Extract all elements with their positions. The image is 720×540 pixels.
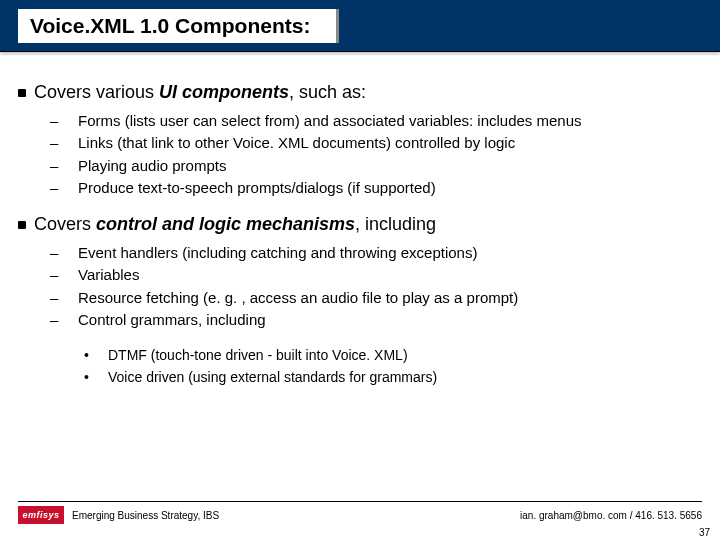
footer: emfisys Emerging Business Strategy, IBS … <box>0 506 720 524</box>
list-item-text: Resource fetching (e. g. , access an aud… <box>78 289 518 306</box>
page-number: 37 <box>699 527 710 538</box>
logo-emfisys: emfisys <box>18 506 64 524</box>
sub-list-ui: –Forms (lists user can select from) and … <box>66 111 702 198</box>
bullet-text-post: , including <box>355 214 436 234</box>
list-item: –Playing audio prompts <box>66 156 702 176</box>
list-item-text: Control grammars, including <box>78 311 266 328</box>
bullet-text-bold: control and logic mechanisms <box>96 214 355 234</box>
sub-sub-list-grammars: •DTMF (touch-tone driven - built into Vo… <box>98 346 702 387</box>
list-item-text: Voice driven (using external standards f… <box>108 369 437 385</box>
footer-contact: ian. graham@bmo. com / 416. 513. 5656 <box>520 510 702 521</box>
bullet-text-post: , such as: <box>289 82 366 102</box>
list-item: –Variables <box>66 265 702 285</box>
list-item-text: Event handlers (including catching and t… <box>78 244 477 261</box>
footer-org: Emerging Business Strategy, IBS <box>72 510 219 521</box>
list-item: –Control grammars, including <box>66 310 702 330</box>
bullet-text-pre: Covers <box>34 214 96 234</box>
bullet-control-logic: Covers control and logic mechanisms, inc… <box>18 214 702 235</box>
bullet-text-pre: Covers various <box>34 82 159 102</box>
list-item-text: DTMF (touch-tone driven - built into Voi… <box>108 347 408 363</box>
list-item: –Links (that link to other Voice. XML do… <box>66 133 702 153</box>
list-item: –Resource fetching (e. g. , access an au… <box>66 288 702 308</box>
list-item-text: Playing audio prompts <box>78 157 226 174</box>
list-item: •Voice driven (using external standards … <box>98 368 702 388</box>
title-bar: Voice.XML 1.0 Components: <box>0 0 720 52</box>
list-item: •DTMF (touch-tone driven - built into Vo… <box>98 346 702 366</box>
list-item-text: Produce text-to-speech prompts/dialogs (… <box>78 179 436 196</box>
list-item: –Event handlers (including catching and … <box>66 243 702 263</box>
bullet-dot-icon <box>18 221 26 229</box>
bullet-dot-icon <box>18 89 26 97</box>
list-item-text: Variables <box>78 266 139 283</box>
list-item-text: Forms (lists user can select from) and a… <box>78 112 582 129</box>
list-item-text: Links (that link to other Voice. XML doc… <box>78 134 515 151</box>
footer-divider <box>18 501 702 502</box>
bullet-text-bold: UI components <box>159 82 289 102</box>
list-item: –Produce text-to-speech prompts/dialogs … <box>66 178 702 198</box>
list-item: –Forms (lists user can select from) and … <box>66 111 702 131</box>
slide-title: Voice.XML 1.0 Components: <box>18 9 339 43</box>
footer-left: emfisys Emerging Business Strategy, IBS <box>18 506 219 524</box>
sub-list-control: –Event handlers (including catching and … <box>66 243 702 330</box>
slide-content: Covers various UI components, such as: –… <box>0 52 720 387</box>
bullet-ui-components: Covers various UI components, such as: <box>18 82 702 103</box>
